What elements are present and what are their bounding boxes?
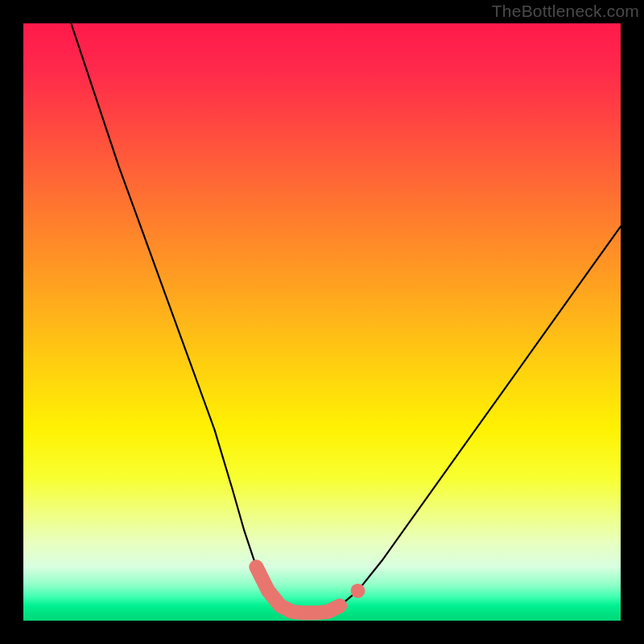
bottleneck-highlight-dot — [351, 584, 365, 598]
bottleneck-curve-svg — [23, 23, 621, 621]
chart-plot-area — [23, 23, 621, 621]
chart-frame: TheBottleneck.com — [0, 0, 644, 644]
watermark-text: TheBottleneck.com — [492, 2, 639, 21]
bottleneck-highlight-segment — [256, 567, 340, 613]
bottleneck-curve-line — [71, 23, 621, 613]
